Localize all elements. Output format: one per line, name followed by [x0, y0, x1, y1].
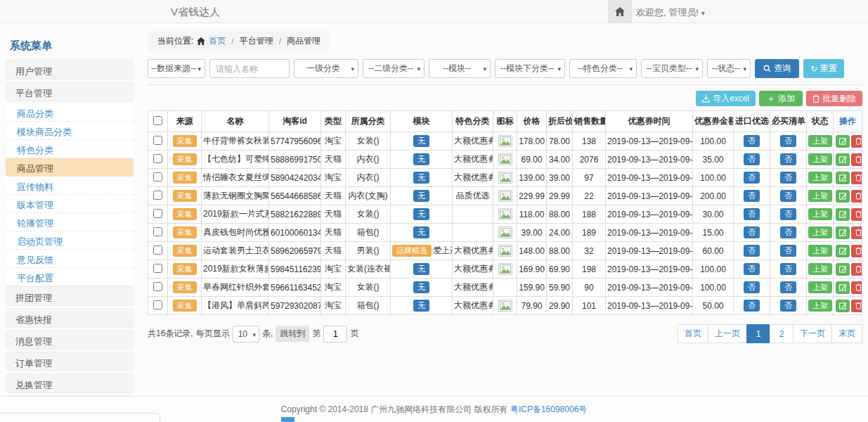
- delete-button[interactable]: [851, 172, 862, 184]
- sidebar-item-6[interactable]: 宣传物料: [6, 177, 134, 195]
- sidebar-item-14[interactable]: 消息管理: [6, 330, 134, 350]
- sidebar-item-15[interactable]: 订单管理: [6, 352, 134, 371]
- status-badge[interactable]: 上架: [808, 300, 832, 312]
- page-button-2[interactable]: 2: [770, 324, 793, 343]
- status-badge[interactable]: 上架: [808, 135, 832, 147]
- sidebar-item-16[interactable]: 兑换管理: [6, 373, 134, 393]
- status-badge[interactable]: 上架: [808, 263, 832, 275]
- sidebar-item-5[interactable]: 商品管理: [6, 158, 134, 177]
- must-buy-badge[interactable]: 否: [780, 226, 796, 238]
- source-badge[interactable]: 采集: [173, 153, 197, 165]
- module-badge[interactable]: 无: [413, 208, 429, 220]
- module-badge[interactable]: 无: [413, 190, 429, 202]
- sidebar-item-0[interactable]: 用户管理: [6, 60, 134, 79]
- import-select-badge[interactable]: 否: [744, 135, 760, 147]
- import-excel-button[interactable]: 导入excel: [696, 91, 756, 106]
- module-badge[interactable]: 无: [413, 135, 429, 147]
- row-checkbox[interactable]: [153, 300, 162, 309]
- module-badge[interactable]: 无: [413, 281, 429, 293]
- source-badge[interactable]: 采集: [173, 208, 197, 220]
- row-checkbox[interactable]: [153, 227, 162, 236]
- row-checkbox[interactable]: [153, 154, 162, 163]
- source-badge[interactable]: 采集: [173, 263, 197, 275]
- sidebar-item-9[interactable]: 启动页管理: [6, 231, 134, 250]
- row-checkbox[interactable]: [153, 264, 162, 273]
- search-button[interactable]: 查询: [755, 59, 799, 78]
- module-badge[interactable]: 品牌精选: [392, 245, 432, 257]
- import-select-badge[interactable]: 否: [744, 226, 760, 238]
- import-select-badge[interactable]: 否: [744, 172, 760, 184]
- prev-page-button[interactable]: 上一页: [708, 324, 747, 343]
- sidebar-item-1[interactable]: 平台管理: [6, 82, 134, 101]
- source-badge[interactable]: 采集: [173, 245, 197, 257]
- edit-button[interactable]: [836, 281, 850, 294]
- edit-button[interactable]: [836, 208, 850, 221]
- import-select-badge[interactable]: 否: [744, 153, 760, 165]
- sidebar-item-2[interactable]: 商品分类: [6, 103, 134, 122]
- filter-select-status[interactable]: --状态--▾: [707, 59, 751, 78]
- reset-button[interactable]: ↻ 重置: [803, 59, 844, 78]
- edit-button[interactable]: [836, 226, 850, 239]
- module-badge[interactable]: 无: [413, 226, 429, 238]
- must-buy-badge[interactable]: 否: [780, 281, 796, 293]
- edit-button[interactable]: [836, 300, 850, 312]
- filter-select-module-subcategory[interactable]: --模块下分类--▾: [495, 59, 565, 78]
- name-search-input[interactable]: [209, 59, 290, 78]
- row-checkbox[interactable]: [153, 245, 162, 255]
- sidebar-item-8[interactable]: 轮播管理: [6, 213, 134, 231]
- source-badge[interactable]: 采集: [173, 281, 197, 293]
- sidebar-item-10[interactable]: 意见反馈: [6, 250, 134, 268]
- filter-select-module[interactable]: --模块--▾: [429, 59, 491, 78]
- must-buy-badge[interactable]: 否: [780, 190, 796, 202]
- breadcrumb-home-link[interactable]: 首页: [209, 35, 226, 47]
- page-number-input[interactable]: [323, 326, 347, 343]
- jump-button[interactable]: 跳转到: [276, 326, 309, 342]
- sidebar-item-13[interactable]: 省惠快报: [6, 308, 134, 328]
- icp-link[interactable]: 粤ICP备16098006号: [510, 404, 587, 416]
- header-home-button[interactable]: [608, 0, 632, 23]
- edit-button[interactable]: [836, 263, 850, 276]
- delete-button[interactable]: [851, 153, 862, 166]
- status-badge[interactable]: 上架: [808, 190, 832, 202]
- import-select-badge[interactable]: 否: [744, 281, 760, 293]
- status-badge[interactable]: 上架: [808, 172, 832, 184]
- module-badge[interactable]: 无: [413, 263, 429, 275]
- first-page-button[interactable]: 首页: [678, 324, 708, 343]
- module-badge[interactable]: 无: [413, 300, 429, 312]
- page-button-1[interactable]: 1: [746, 324, 770, 343]
- delete-button[interactable]: [851, 226, 862, 239]
- row-checkbox[interactable]: [153, 191, 162, 200]
- must-buy-badge[interactable]: 否: [780, 172, 796, 184]
- row-checkbox[interactable]: [153, 209, 162, 218]
- module-badge[interactable]: 无: [413, 153, 429, 165]
- source-badge[interactable]: 采集: [173, 135, 197, 147]
- edit-button[interactable]: [836, 135, 850, 148]
- sidebar-item-3[interactable]: 模块商品分类: [6, 122, 134, 140]
- import-select-badge[interactable]: 否: [744, 190, 760, 202]
- status-badge[interactable]: 上架: [808, 153, 832, 165]
- filter-select-item-type[interactable]: --宝贝类型--▾: [641, 59, 703, 78]
- import-select-badge[interactable]: 否: [744, 208, 760, 220]
- delete-button[interactable]: [851, 281, 862, 294]
- delete-button[interactable]: [851, 245, 862, 257]
- row-checkbox[interactable]: [153, 172, 162, 181]
- add-button[interactable]: ＋ 添加: [759, 91, 803, 106]
- must-buy-badge[interactable]: 否: [780, 245, 796, 257]
- sidebar-item-7[interactable]: 版本管理: [6, 195, 134, 213]
- must-buy-badge[interactable]: 否: [780, 208, 796, 220]
- must-buy-badge[interactable]: 否: [780, 135, 796, 147]
- filter-select-level2-category[interactable]: --二级分类--▾: [363, 59, 425, 78]
- delete-button[interactable]: [851, 190, 862, 203]
- status-badge[interactable]: 上架: [808, 226, 832, 238]
- import-select-badge[interactable]: 否: [744, 245, 760, 257]
- filter-select-data-source[interactable]: --数据来源--▾: [148, 59, 205, 78]
- filter-select-feature-category[interactable]: --特色分类--▾: [569, 59, 637, 78]
- select-all-checkbox[interactable]: [153, 116, 162, 125]
- sidebar-item-11[interactable]: 平台配置: [6, 268, 134, 286]
- edit-button[interactable]: [836, 153, 850, 166]
- edit-button[interactable]: [836, 190, 850, 203]
- batch-delete-button[interactable]: 批量删除: [806, 91, 862, 106]
- edit-button[interactable]: [836, 172, 850, 184]
- status-badge[interactable]: 上架: [808, 281, 832, 293]
- per-page-select[interactable]: 10▾: [233, 326, 259, 343]
